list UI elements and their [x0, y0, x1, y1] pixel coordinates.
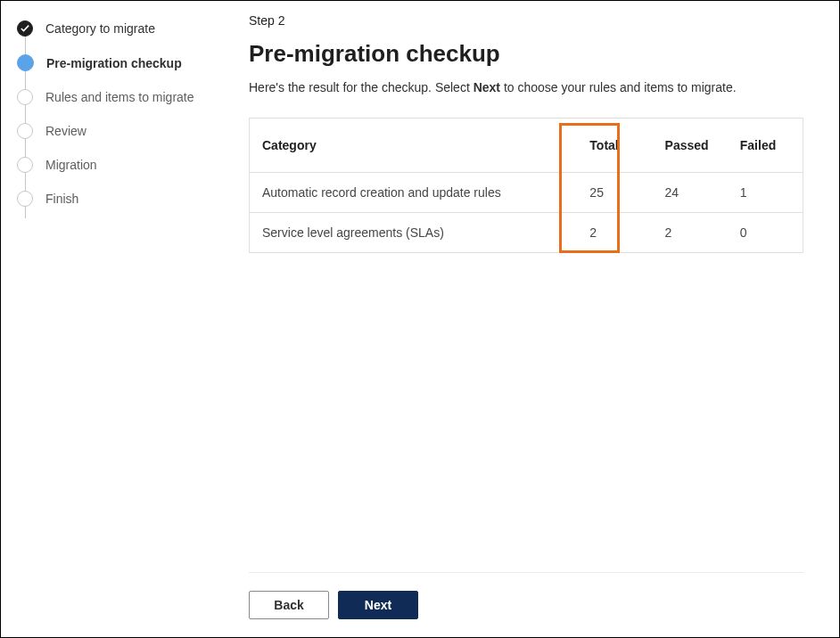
description: Here's the result for the checkup. Selec…: [249, 80, 803, 94]
step-rules-and-items[interactable]: Rules and items to migrate: [17, 80, 224, 114]
col-header-failed: Failed: [728, 119, 803, 173]
cell-total: 25: [577, 173, 652, 213]
back-button[interactable]: Back: [249, 591, 329, 619]
upcoming-step-dot-icon: [17, 89, 33, 105]
col-header-category: Category: [250, 119, 577, 173]
checkup-table-container: Category Total Passed Failed Automatic r…: [249, 118, 803, 253]
cell-passed: 24: [653, 173, 728, 213]
cell-category: Service level agreements (SLAs): [250, 213, 577, 253]
step-pre-migration-checkup[interactable]: Pre-migration checkup: [17, 45, 224, 80]
col-header-passed: Passed: [653, 119, 728, 173]
current-step-dot-icon: [17, 54, 34, 71]
step-migration[interactable]: Migration: [17, 148, 224, 182]
step-label: Category to migrate: [45, 21, 155, 36]
step-label: Migration: [45, 158, 97, 172]
step-category-to-migrate[interactable]: Category to migrate: [17, 12, 224, 45]
upcoming-step-dot-icon: [17, 191, 33, 207]
step-label: Review: [45, 124, 86, 138]
step-label: Rules and items to migrate: [45, 90, 194, 104]
cell-category: Automatic record creation and update rul…: [250, 173, 577, 213]
step-review[interactable]: Review: [17, 114, 224, 148]
page-title: Pre-migration checkup: [249, 40, 803, 68]
cell-passed: 2: [653, 213, 728, 253]
col-header-total: Total: [577, 119, 652, 173]
wizard-steps-sidebar: Category to migrate Pre-migration checku…: [1, 1, 233, 637]
step-label: Finish: [45, 192, 78, 206]
upcoming-step-dot-icon: [17, 123, 33, 139]
table-row: Service level agreements (SLAs) 2 2 0: [250, 213, 803, 253]
check-icon: [17, 20, 33, 37]
step-number: Step 2: [249, 13, 803, 28]
cell-failed: 1: [728, 173, 803, 213]
footer-actions: Back Next: [249, 572, 803, 619]
step-finish[interactable]: Finish: [17, 182, 224, 216]
main-content: Step 2 Pre-migration checkup Here's the …: [233, 1, 839, 637]
description-next-word: Next: [474, 80, 500, 94]
checkup-table: Category Total Passed Failed Automatic r…: [250, 119, 803, 252]
table-row: Automatic record creation and update rul…: [250, 173, 803, 213]
cell-total: 2: [577, 213, 652, 253]
step-label: Pre-migration checkup: [46, 56, 182, 70]
cell-failed: 0: [728, 213, 803, 253]
description-text-after: to choose your rules and items to migrat…: [504, 80, 737, 94]
next-button[interactable]: Next: [338, 591, 418, 619]
description-text-before: Here's the result for the checkup. Selec…: [249, 80, 474, 94]
upcoming-step-dot-icon: [17, 157, 33, 173]
